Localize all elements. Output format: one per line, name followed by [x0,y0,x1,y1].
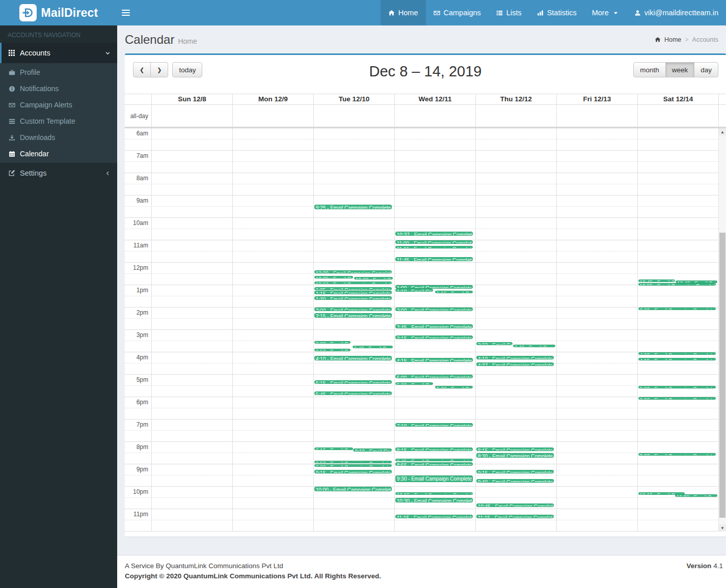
calendar-event[interactable]: 8:18 - Email Campaign Complete [353,449,392,451]
calendar-event[interactable]: 5:30 - Email Campaign Complete [638,386,716,388]
calendar-event[interactable]: 12:45 - Email Campaign Complete [638,279,676,282]
brand[interactable]: MailDirect [0,0,117,25]
calendar-event[interactable]: 7:10 - Email Campaign Complete [395,423,473,427]
calendar-event[interactable]: 6:00 - Email Campaign Complete [638,397,716,400]
sidebar-item-accounts[interactable]: Accounts [0,43,117,63]
calendar-event[interactable]: 8:15 - Email Campaign Complete [314,447,353,450]
scrollbar-thumb[interactable] [719,233,725,518]
calendar-event[interactable]: 4:15 - Email Campaign Complete [638,358,716,360]
sidebar-item-settings[interactable]: Settings [0,163,117,183]
view-month-button[interactable]: month [633,62,666,77]
calendar-event[interactable]: 10:45 - Email Campaign Complete [476,503,554,507]
calendar-event[interactable]: 10:00 - Email Campaign Complete [314,487,392,491]
all-day-cell-5[interactable] [556,105,637,127]
calendar-event[interactable]: 1:30 - Email Campaign Complete [314,296,392,300]
vertical-scrollbar[interactable]: ▲▼ [718,128,726,531]
calendar-event[interactable]: 3:40 - Email Campaign Complete [513,345,556,347]
calendar-event[interactable]: 2:00 - Email Campaign Complete [395,307,473,311]
calendar-event[interactable]: 9:15 - Email Campaign Complete [314,470,392,473]
calendar-event[interactable]: 5:30 - Email Campaign Complete [435,386,473,388]
calendar-event[interactable]: 5:15 - Email Campaign Complete [314,380,392,384]
sidebar-item-calendar[interactable]: Calendar [0,146,117,162]
day-column-6[interactable]: 12:45 - Email Campaign Complete12:48 - E… [637,128,718,531]
sidebar-item-notifications[interactable]: Notifications [0,80,117,97]
calendar-event[interactable]: 8:15 - Email Campaign Complete [395,447,473,451]
calendar-event[interactable]: 11:00 - Email Campaign Complete [395,240,473,244]
calendar-event[interactable]: 1:00 - Email Campaign Complete [395,285,473,289]
day-column-5[interactable] [556,128,637,531]
calendar-event[interactable]: 3:50 - Email Campaign Complete [314,349,351,351]
nav-item-statistics[interactable]: Statistics [529,0,584,25]
calendar-event[interactable]: 4:15 - Email Campaign Complete [395,358,473,362]
calendar-event[interactable]: 10:15 - Email Campaign Complete [395,492,473,495]
calendar-event[interactable]: 1:15 - Email Campaign Complete [435,291,473,293]
sidebar-item-custom-template[interactable]: Custom Template [0,113,117,129]
day-column-0[interactable] [151,128,232,531]
day-column-2[interactable]: 9:25 - Email Campaign Complete12:20 - Em… [313,128,394,531]
calendar-event[interactable]: 8:15 - Email Campaign Complete [476,447,554,451]
day-column-4[interactable]: 3:33 - Email Campaign Complete3:40 - Ema… [475,128,556,531]
calendar-event[interactable]: 3:15 - Email Campaign Complete [395,335,473,339]
calendar-event[interactable]: 1:15 - Email Campaign Complete [314,291,392,294]
calendar-event[interactable]: 5:45 - Email Campaign Complete [314,391,392,395]
calendar-event[interactable]: 3:42 - Email Campaign Complete [353,346,393,348]
calendar-event[interactable]: 5:20 - Email Campaign Complete [395,382,433,385]
all-day-cell-2[interactable] [313,105,394,127]
calendar-event[interactable]: 9:25 - Email Campaign Complete [314,205,392,209]
view-week-button[interactable]: week [665,62,695,77]
calendar-event[interactable]: 4:10 - Email Campaign Complete [476,356,554,359]
all-day-cell-0[interactable] [151,105,232,127]
calendar-event[interactable]: 8:30 - Email Campaign Complete [638,453,716,456]
calendar-event[interactable]: 9:00 - Email Campaign Complete [314,464,392,467]
breadcrumb-home-link[interactable]: Home [664,36,681,43]
all-day-cell-6[interactable] [637,105,718,127]
all-day-cell-4[interactable] [475,105,556,127]
calendar-event[interactable]: 10:20 - Email Campaign Complete [675,494,718,497]
all-day-cell-1[interactable] [232,105,313,127]
calendar-event[interactable]: 8:45 - Email Campaign Complete [395,459,473,461]
calendar-event[interactable]: 12:20 - Email Campaign Complete [314,270,392,274]
day-column-1[interactable] [232,128,313,531]
sidebar-toggle-button[interactable] [117,0,135,25]
scroll-up-arrow[interactable]: ▲ [719,128,726,135]
calendar-event[interactable]: 10:30 - Email Campaign Complete [395,498,473,502]
sidebar-item-profile[interactable]: Profile [0,64,117,80]
view-day-button[interactable]: day [694,62,718,77]
sidebar-item-campaign-alerts[interactable]: Campaign Alerts [0,97,117,113]
calendar-event[interactable]: 8:30 - Email Campaign Complete [476,453,554,458]
calendar-event[interactable]: 2:15 - Email Campaign Complete [314,313,392,318]
calendar-event[interactable]: 12:55 - Email Campaign Complete [638,283,716,286]
nav-item-more[interactable]: More [584,0,627,25]
calendar-event[interactable]: 1:05 - Email Campaign Complete [314,287,392,291]
calendar-event[interactable]: 2:45 - Email Campaign Complete [395,324,473,328]
calendar-event[interactable]: 3:30 - Email Campaign Complete [314,341,351,344]
nav-item-campaigns[interactable]: Campaigns [426,0,489,25]
calendar-event[interactable]: 12:35 - Email Campaign Complete [314,276,353,278]
all-day-cell-3[interactable] [394,105,475,127]
calendar-event[interactable]: 12:50 - Email Campaign Complete [314,282,392,284]
calendar-event[interactable]: 9:40 - Email Campaign Complete [476,479,554,483]
calendar-event[interactable]: 2:00 - Email Campaign Complete [638,307,716,310]
calendar-event[interactable]: 3:33 - Email Campaign Complete [476,342,513,345]
calendar-event[interactable]: 8:55 - Email Campaign Complete [395,462,473,466]
calendar-event[interactable]: 4:27 - Email Campaign Complete [476,362,554,366]
calendar-event[interactable]: 11:15 - Email Campaign Complete [395,246,473,248]
calendar-event[interactable]: 11:45 - Email Campaign Complete [395,257,473,261]
calendar-event[interactable]: 9:15 - Email Campaign Complete [476,470,554,473]
calendar-event[interactable]: 10:37 - Email Campaign Complete [395,232,473,236]
nav-item-user[interactable]: viki@maildirectteam.in [627,0,726,25]
day-column-3[interactable]: 10:37 - Email Campaign Complete11:00 - E… [394,128,475,531]
calendar-event[interactable]: 12:38 - Email Campaign Complete [354,277,393,279]
calendar-event[interactable]: 2:00 - Email Campaign Complete [314,307,392,311]
scroll-down-arrow[interactable]: ▼ [719,524,726,531]
calendar-event[interactable]: 11:15 - Email Campaign Complete [395,515,473,518]
calendar-event[interactable]: 4:10 - Email Campaign Complete [314,356,392,360]
sidebar-item-downloads[interactable]: Downloads [0,129,117,146]
nav-item-home[interactable]: Home [381,0,426,25]
calendar-event[interactable]: 9:30 - Email Campaign Complete [395,475,473,482]
calendar-event[interactable]: 5:00 - Email Campaign Complete [395,375,473,378]
nav-item-lists[interactable]: Lists [489,0,529,25]
calendar-event[interactable]: 11:15 - Email Campaign Complete [476,515,554,518]
calendar-event[interactable]: 4:00 - Email Campaign Complete [638,352,716,355]
calendar-event[interactable]: 1:10 - Email Campaign Complete [395,289,433,291]
